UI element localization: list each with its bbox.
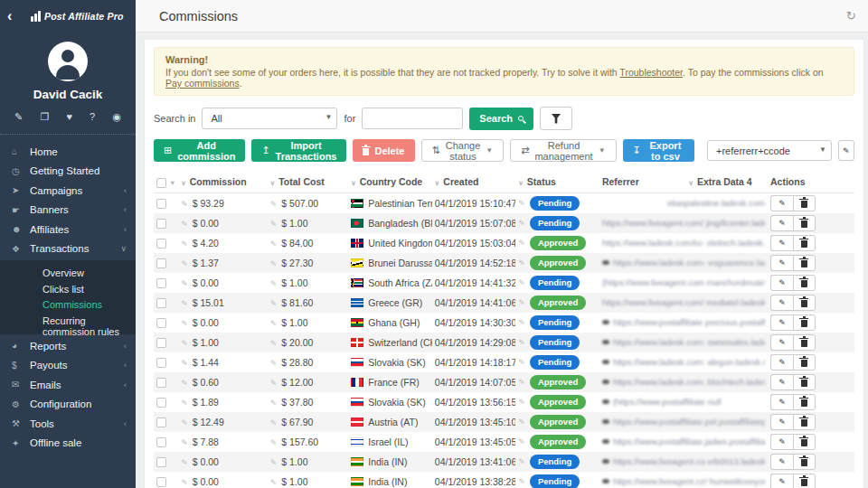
edit-inline-icon[interactable]: ✎ [518, 378, 525, 387]
row-checkbox[interactable] [156, 418, 166, 427]
edit-inline-icon[interactable]: ✎ [270, 319, 278, 328]
edit-row-button[interactable]: ✎ [770, 235, 793, 251]
edit-inline-icon[interactable]: ✎ [181, 418, 188, 427]
troubleshooter-link[interactable]: Troubleshooter [619, 67, 683, 78]
delete-row-button[interactable] [793, 215, 816, 231]
edit-inline-icon[interactable]: ✎ [181, 359, 188, 368]
edit-inline-icon[interactable]: ✎ [270, 438, 278, 447]
delete-row-button[interactable] [793, 474, 816, 488]
sidebar-subitem-recurring-commission-rules[interactable]: Recurring commission rules [0, 314, 136, 330]
edit-inline-icon[interactable]: ✎ [518, 298, 525, 307]
edit-row-button[interactable]: ✎ [770, 255, 793, 271]
edit-inline-icon[interactable]: ✎ [270, 279, 278, 288]
edit-inline-icon[interactable]: ✎ [270, 339, 278, 348]
delete-row-button[interactable] [793, 295, 816, 311]
columns-preset-select[interactable]: +referrerr+ccode [707, 140, 832, 161]
edit-inline-icon[interactable]: ✎ [270, 458, 278, 467]
edit-inline-icon[interactable]: ✎ [518, 219, 525, 228]
row-checkbox[interactable] [156, 318, 166, 328]
edit-row-button[interactable]: ✎ [770, 295, 793, 311]
edit-inline-icon[interactable]: ✎ [270, 379, 278, 388]
delete-row-button[interactable] [793, 354, 816, 371]
avatar[interactable] [48, 42, 88, 81]
edit-inline-icon[interactable]: ✎ [270, 220, 278, 229]
delete-row-button[interactable] [793, 334, 816, 351]
edit-inline-icon[interactable]: ✎ [518, 199, 525, 208]
edit-row-button[interactable]: ✎ [770, 314, 793, 331]
export-csv-button[interactable]: ↧Export to csv [623, 139, 694, 162]
sidebar-item-transactions[interactable]: ❖ Transactions ∨ [0, 239, 136, 259]
delete-button[interactable]: Delete [353, 139, 414, 162]
edit-inline-icon[interactable]: ✎ [181, 319, 188, 328]
row-checkbox[interactable] [156, 457, 166, 467]
edit-inline-icon[interactable]: ✎ [270, 200, 278, 209]
sidebar-subitem-overview[interactable]: Overview [0, 266, 136, 282]
edit-row-button[interactable]: ✎ [770, 454, 793, 470]
sidebar-item-configuration[interactable]: ⚙ Configuration [0, 395, 136, 415]
pencil-icon[interactable]: ✎ [14, 111, 23, 123]
sidebar-item-getting-started[interactable]: ◷ Getting Started [0, 162, 136, 182]
delete-row-button[interactable] [793, 454, 816, 470]
row-checkbox[interactable] [156, 298, 166, 308]
refresh-icon[interactable]: ↻ [846, 9, 856, 23]
header-status[interactable]: ∨Status [515, 172, 599, 192]
edit-inline-icon[interactable]: ✎ [270, 418, 278, 427]
delete-row-button[interactable] [793, 255, 816, 271]
edit-inline-icon[interactable]: ✎ [181, 379, 188, 388]
edit-inline-icon[interactable]: ✎ [181, 339, 188, 348]
edit-inline-icon[interactable]: ✎ [181, 200, 188, 209]
delete-row-button[interactable] [793, 434, 816, 450]
edit-row-button[interactable]: ✎ [770, 414, 793, 430]
edit-inline-icon[interactable]: ✎ [518, 418, 525, 427]
sidebar-item-affiliates[interactable]: ☻ Affiliates ‹ [0, 220, 136, 239]
monitor-icon[interactable]: ❐ [40, 111, 49, 123]
edit-row-button[interactable]: ✎ [770, 434, 793, 450]
edit-row-button[interactable]: ✎ [770, 394, 793, 410]
collapse-sidebar-button[interactable]: ‹ [7, 8, 24, 24]
edit-row-button[interactable]: ✎ [770, 275, 793, 291]
edit-inline-icon[interactable]: ✎ [518, 477, 525, 486]
edit-inline-icon[interactable]: ✎ [181, 220, 188, 229]
select-all-checkbox[interactable] [156, 178, 166, 188]
edit-row-button[interactable]: ✎ [770, 334, 793, 351]
edit-inline-icon[interactable]: ✎ [181, 438, 188, 447]
edit-columns-button[interactable]: ✎ [838, 140, 854, 161]
search-scope-select[interactable]: All [202, 108, 337, 129]
header-country-code[interactable]: ∨Country Code [348, 172, 432, 192]
edit-inline-icon[interactable]: ✎ [270, 359, 278, 368]
sidebar-item-payouts[interactable]: $ Payouts ‹ [0, 356, 136, 376]
sidebar-subitem-clicks-list[interactable]: Clicks list [0, 282, 136, 298]
sidebar-item-banners[interactable]: ☛ Banners ‹ [0, 201, 136, 221]
sidebar-item-tools[interactable]: ⚒ Tools ‹ [0, 414, 136, 434]
row-checkbox[interactable] [156, 437, 166, 447]
edit-row-button[interactable]: ✎ [770, 474, 793, 488]
delete-row-button[interactable] [793, 235, 816, 251]
delete-row-button[interactable] [793, 394, 816, 410]
sidebar-subitem-commissions[interactable]: Commissions [0, 297, 136, 314]
edit-inline-icon[interactable]: ✎ [518, 258, 525, 267]
search-input[interactable] [362, 108, 463, 129]
row-checkbox[interactable] [156, 239, 166, 249]
row-checkbox[interactable] [156, 219, 166, 229]
filter-button[interactable] [540, 107, 572, 130]
edit-inline-icon[interactable]: ✎ [518, 239, 525, 248]
row-checkbox[interactable] [156, 477, 166, 487]
sidebar-item-home[interactable]: ⌂ Home [0, 142, 136, 162]
change-status-button[interactable]: ⇅Change status▼ [421, 139, 505, 162]
row-checkbox[interactable] [156, 258, 166, 268]
edit-inline-icon[interactable]: ✎ [518, 338, 525, 347]
sidebar-item-offline-sale[interactable]: ✦ Offline sale [0, 434, 136, 454]
row-checkbox[interactable] [156, 358, 166, 368]
delete-row-button[interactable] [793, 275, 816, 291]
delete-row-button[interactable] [793, 374, 816, 390]
edit-inline-icon[interactable]: ✎ [181, 399, 188, 408]
import-transactions-button[interactable]: ↥Import Transactions [251, 139, 346, 162]
edit-row-button[interactable]: ✎ [770, 195, 793, 211]
row-checkbox[interactable] [156, 199, 166, 209]
edit-inline-icon[interactable]: ✎ [270, 478, 278, 487]
edit-inline-icon[interactable]: ✎ [181, 478, 188, 487]
edit-inline-icon[interactable]: ✎ [181, 239, 188, 249]
edit-inline-icon[interactable]: ✎ [518, 358, 525, 367]
power-icon[interactable]: ◉ [112, 111, 121, 123]
edit-row-button[interactable]: ✎ [770, 215, 793, 231]
